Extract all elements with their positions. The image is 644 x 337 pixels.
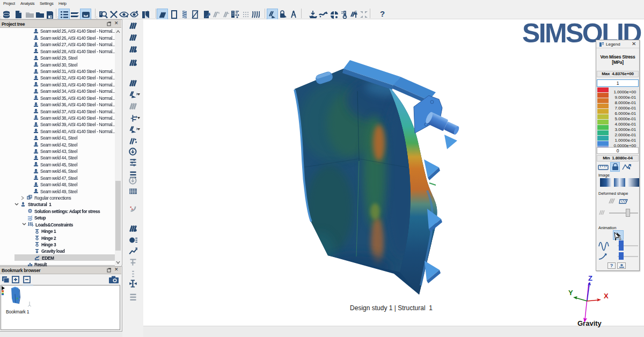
- svg-text:X: X: [604, 292, 609, 300]
- svg-text:Y: Y: [568, 289, 573, 297]
- svg-text:Gravity: Gravity: [577, 319, 602, 327]
- svg-text:Z: Z: [588, 274, 592, 282]
